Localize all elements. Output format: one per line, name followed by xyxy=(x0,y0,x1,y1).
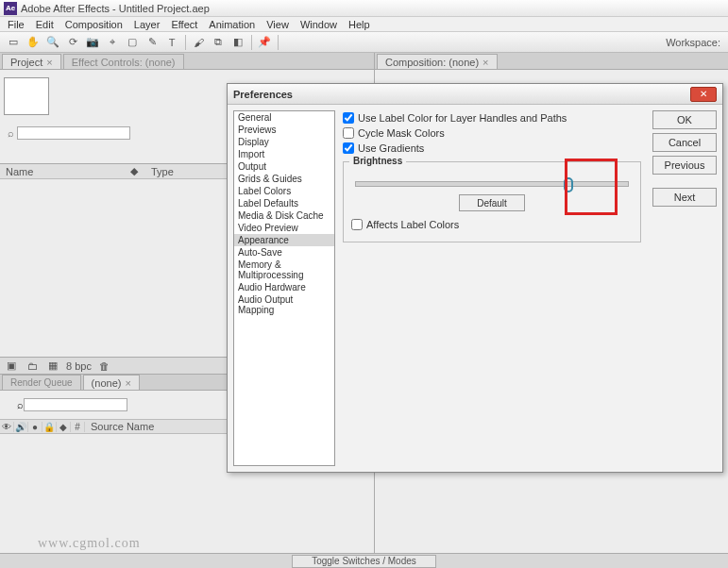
eraser-tool-icon[interactable]: ◧ xyxy=(229,34,247,51)
check-affects-label-box[interactable] xyxy=(351,219,363,230)
cat-media-disk-cache[interactable]: Media & Disk Cache xyxy=(234,209,334,222)
new-folder-icon[interactable]: 🗀 xyxy=(25,360,40,372)
shape-tool-icon[interactable]: ▢ xyxy=(123,34,142,51)
brightness-default-button[interactable]: Default xyxy=(459,194,525,211)
trash-icon[interactable]: 🗑 xyxy=(97,360,112,372)
lock-column-icon[interactable]: 🔒 xyxy=(42,422,57,432)
eye-column-icon[interactable]: 👁 xyxy=(0,422,14,432)
comp-panel-tabs: Composition: (none)× xyxy=(375,53,728,70)
workspace-label: Workspace: xyxy=(666,37,720,48)
pen-tool-icon[interactable]: ✎ xyxy=(143,34,161,51)
dialog-titlebar: Preferences ✕ xyxy=(228,84,722,105)
menu-animation[interactable]: Animation xyxy=(203,19,261,30)
menu-edit[interactable]: Edit xyxy=(30,19,59,30)
dialog-button-column: OK Cancel Previous Next xyxy=(649,110,717,466)
app-titlebar: Ae Adobe After Effects - Untitled Projec… xyxy=(0,0,728,17)
column-type[interactable]: Type xyxy=(145,166,174,177)
search-icon: ⌕ xyxy=(17,399,24,410)
app-footer: Toggle Switches / Modes xyxy=(0,553,728,568)
column-name[interactable]: Name xyxy=(0,166,123,177)
close-icon[interactable]: × xyxy=(125,377,130,389)
cat-memory-mp[interactable]: Memory & Multiprocessing xyxy=(234,259,334,281)
menu-bar: File Edit Composition Layer Effect Anima… xyxy=(0,17,728,32)
toolbar: ▭ ✋ 🔍 ⟳ 📷 ⌖ ▢ ✎ T 🖌 ⧉ ◧ 📌 Workspace: xyxy=(0,32,728,53)
toolbar-separator xyxy=(278,35,279,50)
tab-project[interactable]: Project× xyxy=(2,54,61,69)
cat-audio-output-mapping[interactable]: Audio Output Mapping xyxy=(234,293,334,316)
dialog-title: Preferences xyxy=(233,89,690,100)
zoom-tool-icon[interactable]: 🔍 xyxy=(43,34,62,51)
selection-tool-icon[interactable]: ▭ xyxy=(4,34,23,51)
cat-appearance[interactable]: Appearance xyxy=(234,234,334,246)
new-comp-icon[interactable]: ▦ xyxy=(45,359,60,372)
pan-behind-tool-icon[interactable]: ⌖ xyxy=(103,34,122,51)
hand-tool-icon[interactable]: ✋ xyxy=(24,34,42,51)
brightness-group: Brightness Default Affects Label Colors xyxy=(343,161,641,242)
cat-label-colors[interactable]: Label Colors xyxy=(234,185,334,197)
menu-help[interactable]: Help xyxy=(343,19,376,30)
interpret-footage-icon[interactable]: ▣ xyxy=(4,359,19,372)
preferences-category-list: General Previews Display Import Output G… xyxy=(233,110,335,466)
tab-timeline-none[interactable]: (none)× xyxy=(83,375,140,390)
rotate-tool-icon[interactable]: ⟳ xyxy=(63,34,82,51)
cat-general[interactable]: General xyxy=(234,111,334,124)
tab-effect-controls[interactable]: Effect Controls: (none) xyxy=(63,54,184,69)
previous-button[interactable]: Previous xyxy=(652,156,717,175)
source-name-column[interactable]: Source Name xyxy=(85,421,154,432)
check-gradients[interactable]: Use Gradients xyxy=(343,142,641,154)
brightness-legend: Brightness xyxy=(349,156,406,166)
check-label-color-box[interactable] xyxy=(343,112,354,124)
tab-render-queue[interactable]: Render Queue xyxy=(2,375,81,390)
cat-previews[interactable]: Previews xyxy=(234,124,334,136)
dialog-close-button[interactable]: ✕ xyxy=(690,87,717,102)
ae-app-icon: Ae xyxy=(4,2,17,15)
preferences-settings: Use Label Color for Layer Handles and Pa… xyxy=(335,110,649,466)
check-cycle-mask[interactable]: Cycle Mask Colors xyxy=(343,127,641,139)
timeline-search-input[interactable] xyxy=(24,398,127,411)
toolbar-separator xyxy=(185,35,186,50)
bpc-button[interactable]: 8 bpc xyxy=(66,360,92,372)
check-gradients-box[interactable] xyxy=(343,142,354,154)
close-icon[interactable]: × xyxy=(46,57,52,68)
cancel-button[interactable]: Cancel xyxy=(652,133,717,152)
brightness-slider[interactable] xyxy=(355,181,629,187)
menu-effect[interactable]: Effect xyxy=(165,19,203,30)
solo-column-icon[interactable]: ● xyxy=(28,422,42,432)
cat-import[interactable]: Import xyxy=(234,148,334,160)
check-affects-label[interactable]: Affects Label Colors xyxy=(351,219,633,230)
toggle-switches-button[interactable]: Toggle Switches / Modes xyxy=(292,555,436,568)
menu-view[interactable]: View xyxy=(261,19,295,30)
type-tool-icon[interactable]: T xyxy=(162,34,181,51)
menu-file[interactable]: File xyxy=(2,19,30,30)
cat-auto-save[interactable]: Auto-Save xyxy=(234,246,334,259)
puppet-tool-icon[interactable]: 📌 xyxy=(255,34,274,51)
menu-layer[interactable]: Layer xyxy=(128,19,166,30)
menu-composition[interactable]: Composition xyxy=(59,19,128,30)
cat-grids-guides[interactable]: Grids & Guides xyxy=(234,173,334,185)
project-panel-tabs: Project× Effect Controls: (none) xyxy=(0,53,374,70)
cat-label-defaults[interactable]: Label Defaults xyxy=(234,197,334,209)
brush-tool-icon[interactable]: 🖌 xyxy=(189,34,208,51)
toolbar-separator xyxy=(251,35,252,50)
menu-window[interactable]: Window xyxy=(295,19,343,30)
close-icon[interactable]: × xyxy=(483,57,488,68)
cat-output[interactable]: Output xyxy=(234,160,334,173)
camera-tool-icon[interactable]: 📷 xyxy=(83,34,102,51)
label-column-icon[interactable]: ◆ xyxy=(57,422,71,432)
clone-tool-icon[interactable]: ⧉ xyxy=(209,34,228,51)
check-label-color[interactable]: Use Label Color for Layer Handles and Pa… xyxy=(343,112,641,124)
column-label-icon[interactable]: ◆ xyxy=(123,165,145,177)
number-column[interactable]: # xyxy=(71,422,85,432)
cat-video-preview[interactable]: Video Preview xyxy=(234,222,334,234)
ok-button[interactable]: OK xyxy=(652,110,717,129)
check-cycle-mask-box[interactable] xyxy=(343,127,354,139)
project-search-input[interactable] xyxy=(17,126,130,140)
search-icon: ⌕ xyxy=(4,127,17,139)
audio-column-icon[interactable]: 🔊 xyxy=(14,422,28,432)
next-button[interactable]: Next xyxy=(652,188,717,207)
cat-audio-hardware[interactable]: Audio Hardware xyxy=(234,281,334,293)
cat-display[interactable]: Display xyxy=(234,136,334,148)
brightness-slider-thumb[interactable] xyxy=(564,177,573,192)
tab-composition[interactable]: Composition: (none)× xyxy=(377,54,498,69)
preferences-dialog: Preferences ✕ General Previews Display I… xyxy=(227,83,723,473)
